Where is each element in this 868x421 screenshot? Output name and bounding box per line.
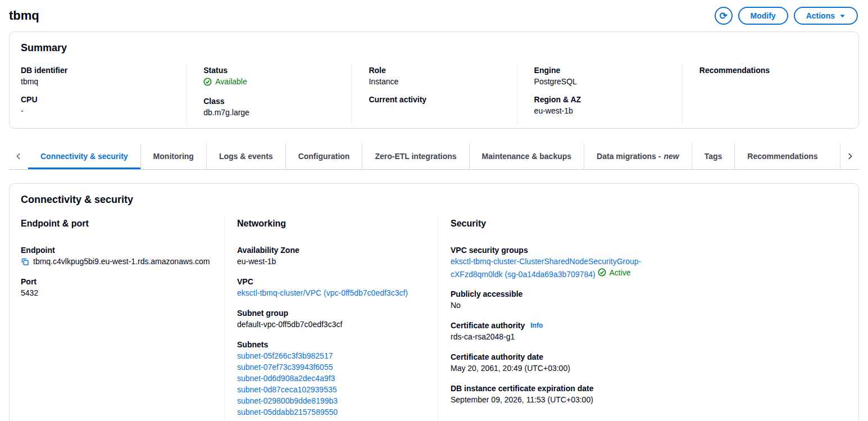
tab-maintenance-backups[interactable]: Maintenance & backups	[469, 143, 584, 169]
publicly-accessible-label: Publicly accessible	[451, 288, 648, 300]
tab-label: Connectivity & security	[40, 152, 128, 161]
actions-button[interactable]: Actions	[794, 7, 858, 25]
status-field: Status Available	[203, 65, 342, 89]
db-identifier-label: DB identifier	[21, 65, 177, 76]
security-group-status-badge: Active	[598, 267, 631, 278]
security-column: Security VPC security groups eksctl-tbmq…	[438, 215, 847, 421]
tab-label: Recommendations	[747, 152, 817, 161]
class-label: Class	[203, 96, 342, 107]
tab-zero-etl-integrations[interactable]: Zero-ETL integrations	[362, 143, 469, 169]
role-value: Instance	[369, 76, 507, 87]
class-value: db.m7g.large	[203, 107, 342, 118]
tab-label: Logs & events	[219, 152, 273, 161]
rds-instance-page: tbmq ⟳ Modify Actions Summary DB identif…	[0, 0, 868, 421]
status-label: Status	[203, 65, 342, 76]
certificate-expiration-label: DB instance certificate expiration date	[451, 383, 648, 394]
connectivity-card-title: Connectivity & security	[21, 193, 847, 206]
endpoint-value-row: tbmq.c4vlkpug5bi9.eu-west-1.rds.amazonaw…	[21, 256, 213, 267]
subnet-link[interactable]: subnet-05ddabb2157589550	[237, 406, 426, 418]
db-identifier-field: DB identifier tbmq	[21, 65, 177, 87]
current-activity-label: Current activity	[369, 94, 507, 105]
current-activity-field: Current activity	[369, 94, 507, 105]
cpu-label: CPU	[21, 94, 177, 105]
endpoint-field: Endpoint tbmq.c4vlkpug5bi9.eu-west-1.rds…	[21, 245, 213, 267]
tab-label: Configuration	[298, 152, 350, 161]
subnet-link[interactable]: subnet-029800b9dde8199b3	[237, 395, 426, 406]
summary-col-status: Status Available Class db.m7g.large	[186, 64, 351, 125]
tab-new-badge: new	[664, 152, 679, 161]
subnets-label: Subnets	[237, 339, 426, 350]
tab-monitoring[interactable]: Monitoring	[140, 143, 206, 169]
db-identifier-value: tbmq	[21, 76, 177, 87]
tab-data-migrations[interactable]: Data migrations -new	[584, 143, 692, 169]
certificate-authority-field: Certificate authorityInfo rds-ca-rsa2048…	[451, 320, 648, 342]
endpoint-label: Endpoint	[21, 245, 213, 256]
tab-configuration[interactable]: Configuration	[285, 143, 362, 169]
tabs-scroll-right-button[interactable]	[840, 143, 859, 169]
region-az-field: Region & AZ eu-west-1b	[534, 94, 673, 116]
copy-endpoint-button[interactable]	[21, 257, 29, 266]
summary-grid: DB identifier tbmq CPU - Status Availabl…	[21, 64, 847, 125]
header-actions: ⟳ Modify Actions	[715, 7, 858, 25]
endpoint-port-column: Endpoint & port Endpoint tbmq.c4vlkpug5b…	[21, 215, 224, 421]
region-az-label: Region & AZ	[534, 94, 673, 105]
engine-field: Engine PostgreSQL	[534, 65, 673, 87]
availability-zone-label: Availability Zone	[237, 245, 426, 256]
certificate-authority-date-field: Certificate authority date May 20, 2061,…	[451, 351, 648, 374]
tabs-scroll-left-button[interactable]	[9, 143, 28, 169]
copy-icon	[21, 257, 29, 266]
vpc-field: VPC eksctl-tbmq-cluster/VPC (vpc-0ff5db7…	[237, 276, 426, 298]
availability-zone-value: eu-west-1b	[237, 256, 426, 267]
region-az-value: eu-west-1b	[534, 105, 673, 116]
chevron-left-icon	[15, 152, 22, 160]
modify-button-label: Modify	[751, 11, 776, 20]
engine-label: Engine	[534, 65, 673, 76]
security-group-status: Active	[610, 267, 631, 278]
publicly-accessible-value: No	[451, 300, 648, 311]
refresh-button[interactable]: ⟳	[715, 7, 733, 25]
summary-title: Summary	[21, 41, 847, 55]
summary-col-engine: Engine PostgreSQL Region & AZ eu-west-1b	[517, 64, 682, 125]
class-field: Class db.m7g.large	[203, 96, 342, 118]
port-label: Port	[21, 276, 213, 287]
role-label: Role	[369, 65, 507, 76]
subnet-link[interactable]: subnet-0d6d908a2dec4a9f3	[237, 373, 426, 384]
summary-card: Summary DB identifier tbmq CPU - Status …	[9, 31, 859, 129]
modify-button[interactable]: Modify	[738, 7, 788, 25]
tabs-bar: Connectivity & security Monitoring Logs …	[9, 143, 859, 170]
tab-label: Data migrations -	[597, 152, 661, 161]
tab-label: Maintenance & backups	[482, 152, 572, 161]
tab-recommendations[interactable]: Recommendations	[734, 143, 830, 169]
tab-label: Zero-ETL integrations	[375, 152, 456, 161]
cpu-field: CPU -	[21, 94, 177, 116]
endpoint-value: tbmq.c4vlkpug5bi9.eu-west-1.rds.amazonaw…	[33, 257, 210, 266]
summary-col-identifier: DB identifier tbmq CPU -	[21, 64, 186, 125]
check-circle-icon	[203, 78, 212, 86]
subnet-group-value: default-vpc-0ff5db7c0edf3c3cf	[237, 319, 426, 330]
subnet-group-label: Subnet group	[237, 307, 426, 319]
recommendations-label: Recommendations	[699, 65, 838, 76]
publicly-accessible-field: Publicly accessible No	[451, 288, 648, 311]
info-link[interactable]: Info	[530, 322, 543, 329]
cpu-value: -	[21, 105, 177, 116]
certificate-authority-label-text: Certificate authority	[451, 321, 525, 330]
tab-tags[interactable]: Tags	[692, 143, 735, 169]
tab-connectivity-security[interactable]: Connectivity & security	[28, 143, 140, 169]
chevron-right-icon	[846, 152, 854, 160]
networking-column: Networking Availability Zone eu-west-1b …	[224, 215, 438, 421]
actions-button-label: Actions	[806, 11, 835, 20]
status-value: Available	[215, 76, 247, 87]
vpc-security-groups-label: VPC security groups	[451, 245, 648, 256]
refresh-icon: ⟳	[719, 11, 727, 21]
port-value: 5432	[21, 287, 213, 298]
subnet-link[interactable]: subnet-0d87ceca102939535	[237, 384, 426, 395]
tab-logs-events[interactable]: Logs & events	[206, 143, 285, 169]
vpc-security-groups-field: VPC security groups eksctl-tbmq-cluster-…	[451, 245, 648, 280]
page-title: tbmq	[9, 7, 39, 24]
certificate-expiration-value: September 09, 2026, 11:53 (UTC+03:00)	[451, 394, 648, 405]
vpc-link[interactable]: eksctl-tbmq-cluster/VPC (vpc-0ff5db7c0ed…	[237, 288, 408, 297]
subnet-link[interactable]: subnet-05f266c3f3b982517	[237, 350, 426, 361]
subnet-link[interactable]: subnet-07ef73c39943f6055	[237, 361, 426, 373]
security-heading: Security	[451, 218, 836, 230]
summary-col-role: Role Instance Current activity	[351, 64, 516, 125]
